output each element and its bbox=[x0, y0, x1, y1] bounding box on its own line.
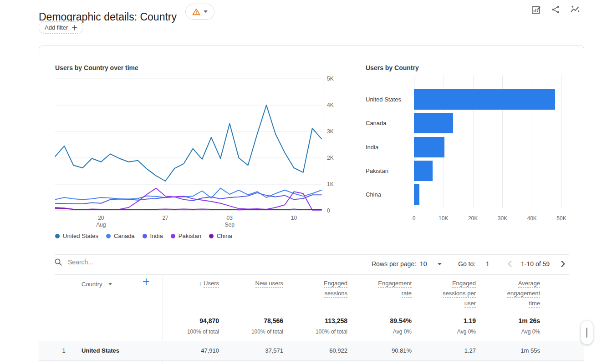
totals-value: 78,566 bbox=[219, 317, 283, 325]
bar-category-label: India bbox=[366, 144, 411, 151]
totals-cell: 1.19Avg 0% bbox=[412, 317, 476, 335]
chart-legend: United StatesCanadaIndiaPakistanChina bbox=[55, 233, 232, 239]
y-axis-tick: 5K bbox=[327, 76, 334, 82]
column-header-text: sessions bbox=[324, 290, 347, 298]
legend-item-china: China bbox=[209, 233, 232, 239]
totals-value: 1m 26s bbox=[476, 317, 540, 325]
x-axis-tick: 10 bbox=[291, 215, 297, 221]
column-header-text: New users bbox=[255, 280, 283, 288]
column-header-line: New users bbox=[219, 278, 283, 288]
bar-canada bbox=[414, 113, 453, 133]
plus-icon bbox=[72, 25, 77, 30]
y-axis-tick: 0 bbox=[327, 207, 330, 214]
legend-item-india: India bbox=[143, 233, 163, 239]
bar-category-label: China bbox=[366, 191, 411, 198]
column-header-new-users[interactable]: New users bbox=[219, 278, 283, 288]
legend-dot bbox=[106, 234, 111, 238]
totals-value: 89.54% bbox=[347, 317, 412, 325]
column-header-users[interactable]: ↓Users bbox=[155, 278, 219, 288]
column-header-line: sessions bbox=[283, 288, 347, 298]
row-dimension-value: United States bbox=[82, 341, 119, 360]
x-axis-tick-sub: Sep bbox=[225, 222, 235, 228]
rows-per-page-label: Rows per page: bbox=[372, 260, 416, 268]
previous-page-button[interactable] bbox=[505, 259, 515, 268]
column-header-line: engagement bbox=[476, 288, 540, 298]
column-header-line: user bbox=[412, 298, 476, 308]
row-metric-value: 1m 55s bbox=[476, 341, 540, 360]
column-header-text: Engaged bbox=[452, 280, 476, 288]
totals-subvalue: Avg 0% bbox=[476, 329, 540, 335]
totals-subvalue: 100% of total bbox=[219, 329, 283, 335]
column-header-text: Engaged bbox=[324, 280, 347, 288]
share-button[interactable] bbox=[550, 4, 561, 15]
column-header-line: Average bbox=[476, 278, 540, 288]
totals-cell: 1m 26sAvg 0% bbox=[476, 317, 540, 335]
x-axis-tick: 0 bbox=[404, 215, 424, 222]
next-page-button[interactable] bbox=[558, 259, 567, 268]
divider bbox=[55, 274, 569, 275]
bar-category-label: Pakistan bbox=[366, 167, 411, 174]
pagination-range: 1-10 of 59 bbox=[521, 260, 550, 268]
rows-per-page-value: 10 bbox=[420, 260, 427, 268]
row-metric-value: 47,910 bbox=[155, 341, 219, 360]
totals-subvalue: 100% of total bbox=[283, 329, 347, 335]
plus-icon bbox=[143, 278, 150, 285]
legend-dot bbox=[143, 234, 147, 238]
column-header-line: rate bbox=[347, 288, 412, 298]
chevron-down-icon bbox=[438, 263, 442, 265]
go-to-page-input[interactable]: 1 bbox=[478, 259, 498, 270]
bar-united-states bbox=[414, 89, 555, 110]
divider bbox=[55, 254, 569, 255]
x-axis-tick: 40K bbox=[522, 215, 542, 222]
users-over-time-line-chart: 01K2K3K4K5K20Aug2703Sep10 bbox=[55, 73, 353, 230]
chevron-left-icon bbox=[506, 260, 514, 268]
horizontal-scroll-handle[interactable] bbox=[581, 321, 593, 344]
column-header-engagement-rate[interactable]: Engagementrate bbox=[347, 278, 412, 298]
sort-descending-icon: ↓ bbox=[199, 280, 202, 287]
bar-pakistan bbox=[414, 161, 433, 181]
share-icon bbox=[551, 5, 561, 15]
search-icon bbox=[54, 258, 62, 266]
dimension-header-country[interactable]: Country bbox=[82, 281, 112, 288]
x-axis-tick-sub: Aug bbox=[96, 222, 106, 228]
chevron-down-icon bbox=[204, 10, 208, 13]
table-row: 1United States47,91037,57160,92290.81%1.… bbox=[39, 341, 584, 361]
go-to-page-value: 1 bbox=[478, 260, 498, 268]
x-axis-tick: 20 bbox=[98, 215, 104, 221]
edit-report-button[interactable] bbox=[530, 4, 542, 15]
go-to-label: Go to: bbox=[458, 260, 475, 268]
column-header-line: sessions per bbox=[412, 288, 476, 298]
x-axis-tick: 27 bbox=[162, 215, 168, 221]
column-header-average-engagement-time[interactable]: Averageengagementtime bbox=[476, 278, 540, 308]
warning-triangle-icon bbox=[192, 8, 200, 15]
rows-per-page-select[interactable]: 10 bbox=[418, 259, 444, 270]
x-axis-tick: 50K bbox=[551, 215, 571, 222]
add-filter-label: Add filter bbox=[45, 24, 68, 31]
column-header-text: engagement bbox=[507, 290, 540, 298]
insights-button[interactable] bbox=[569, 4, 581, 15]
x-axis-tick: 30K bbox=[492, 215, 512, 222]
column-header-engaged-sessions-per-user[interactable]: Engagedsessions peruser bbox=[412, 278, 476, 308]
totals-subvalue: 100% of total bbox=[155, 329, 219, 335]
column-header-text: time bbox=[529, 300, 540, 308]
column-header-text: sessions per bbox=[443, 290, 476, 298]
totals-subvalue: Avg 0% bbox=[347, 329, 412, 335]
chevron-down-icon bbox=[108, 283, 112, 285]
y-axis-tick: 3K bbox=[327, 128, 334, 135]
x-axis-tick: 20K bbox=[463, 215, 483, 222]
data-quality-dropdown[interactable] bbox=[185, 4, 214, 20]
add-secondary-dimension-button[interactable] bbox=[143, 278, 150, 285]
column-header-engaged-sessions[interactable]: Engagedsessions bbox=[283, 278, 347, 298]
legend-label: Canada bbox=[114, 233, 135, 239]
totals-cell: 94,870100% of total bbox=[155, 317, 219, 335]
gridline bbox=[561, 76, 562, 208]
bar-india bbox=[414, 137, 444, 157]
search-input[interactable] bbox=[67, 258, 169, 266]
totals-value: 1.19 bbox=[412, 317, 476, 325]
column-header-text: Average bbox=[518, 280, 540, 288]
x-axis-tick: 10K bbox=[434, 215, 454, 222]
legend-item-canada: Canada bbox=[106, 233, 135, 239]
row-metric-value: 90.81% bbox=[347, 341, 412, 360]
totals-cell: 113,258100% of total bbox=[283, 317, 347, 335]
add-filter-button[interactable]: Add filter bbox=[39, 21, 83, 34]
